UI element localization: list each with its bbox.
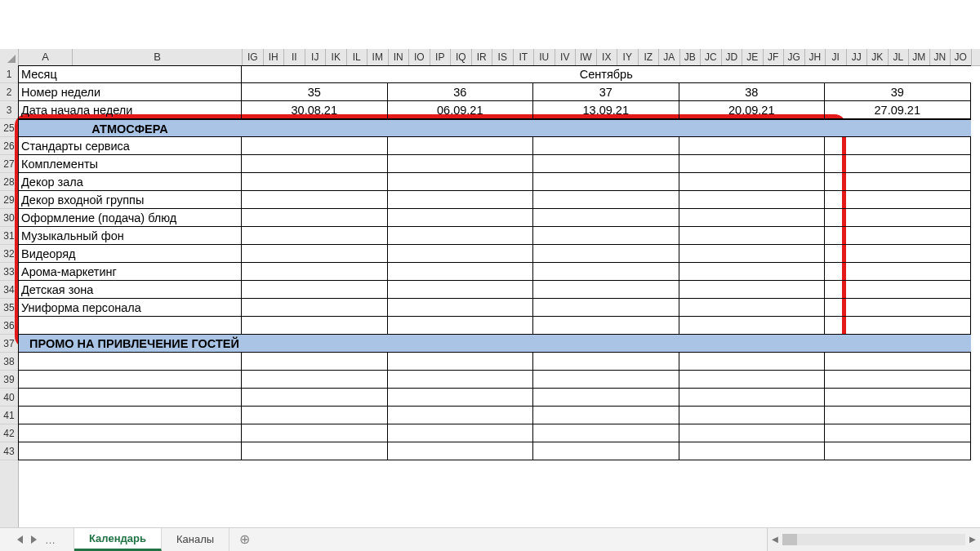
cell[interactable] (825, 424, 971, 442)
cell[interactable] (679, 191, 826, 209)
cell-text[interactable]: Стандарты сервиса (18, 137, 242, 155)
cell-text[interactable]: Видеоряд (18, 245, 242, 263)
cell[interactable] (825, 407, 971, 424)
cell[interactable] (679, 317, 826, 335)
cell-text[interactable]: ПРОМО НА ПРИВЛЕЧЕНИЕ ГОСТЕЙ (18, 335, 242, 353)
cell[interactable] (679, 173, 826, 191)
cell[interactable] (825, 263, 971, 281)
cell-text[interactable]: 27.09.21 (825, 101, 971, 119)
row-header[interactable]: 41 (0, 407, 18, 424)
cell[interactable] (533, 371, 679, 389)
cell[interactable] (242, 227, 388, 245)
row-header[interactable]: 34 (0, 281, 18, 299)
cell[interactable] (679, 442, 826, 460)
col-header[interactable]: IJ (305, 49, 327, 65)
row-header[interactable]: 35 (0, 299, 18, 317)
cell-text[interactable]: Декор входной группы (18, 191, 242, 209)
scroll-right-arrow-icon[interactable]: ► (965, 528, 980, 551)
cell[interactable] (388, 209, 534, 227)
cell[interactable] (18, 407, 242, 424)
col-header[interactable]: JG (784, 49, 805, 65)
cell[interactable] (18, 389, 242, 407)
cell[interactable] (679, 263, 826, 281)
col-header[interactable]: JD (722, 49, 743, 65)
cell-text[interactable]: Оформление (подача) блюд (18, 209, 242, 227)
row-header[interactable]: 38 (0, 353, 18, 371)
cell[interactable] (825, 442, 971, 460)
col-header[interactable]: IZ (639, 49, 660, 65)
cell[interactable] (242, 389, 388, 407)
cell[interactable] (18, 442, 242, 460)
col-header[interactable]: IY (617, 49, 639, 65)
row-header[interactable]: 42 (0, 424, 18, 442)
row-header[interactable]: 1 (0, 65, 18, 83)
cell[interactable] (18, 317, 242, 335)
row-header[interactable]: 29 (0, 191, 18, 209)
col-header[interactable]: IU (534, 49, 555, 65)
cell-text[interactable]: 39 (825, 83, 971, 101)
cell[interactable] (533, 245, 679, 263)
col-header[interactable]: IT (514, 49, 535, 65)
horizontal-scrollbar[interactable]: ◄ ► (767, 528, 980, 551)
cell[interactable] (533, 155, 679, 173)
cell[interactable] (679, 353, 826, 371)
cell-text[interactable]: 20.09.21 (679, 101, 826, 119)
col-header[interactable]: JH (805, 49, 826, 65)
cell-text[interactable]: АТМОСФЕРА (18, 119, 242, 137)
row-header[interactable]: 39 (0, 371, 18, 389)
cell[interactable] (18, 371, 242, 389)
cell-text[interactable]: 36 (388, 83, 534, 101)
cell[interactable] (388, 424, 534, 442)
cell[interactable] (388, 317, 534, 335)
cell-text[interactable]: 38 (679, 83, 826, 101)
row-header[interactable]: 3 (0, 101, 18, 119)
cell[interactable] (825, 371, 971, 389)
cell[interactable] (388, 442, 534, 460)
cell[interactable] (533, 281, 679, 299)
col-header[interactable]: IX (597, 49, 618, 65)
spreadsheet-grid[interactable]: МесяцСентябрьНомер недели3536373839Дата … (18, 65, 980, 528)
cell[interactable] (18, 65, 25, 460)
cell[interactable] (388, 371, 534, 389)
row-header[interactable]: 33 (0, 263, 18, 281)
cell[interactable] (825, 281, 971, 299)
col-header[interactable]: JO (951, 49, 972, 65)
cell[interactable] (825, 173, 971, 191)
row-header[interactable]: 43 (0, 442, 18, 460)
cell-text[interactable]: Арома-маркетинг (18, 263, 242, 281)
cell[interactable] (533, 442, 679, 460)
col-header[interactable]: IQ (451, 49, 472, 65)
cell[interactable] (825, 353, 971, 371)
cell[interactable] (679, 299, 826, 317)
scroll-thumb[interactable] (782, 534, 797, 545)
cell[interactable] (388, 191, 534, 209)
cell[interactable] (18, 424, 242, 442)
cell[interactable] (388, 407, 534, 424)
col-header[interactable]: IV (555, 49, 577, 65)
cell[interactable] (242, 137, 388, 155)
cell[interactable] (242, 173, 388, 191)
col-header[interactable]: IG (243, 49, 264, 65)
cell[interactable] (388, 173, 534, 191)
cell[interactable] (679, 227, 826, 245)
cell[interactable] (242, 424, 388, 442)
col-header[interactable]: IS (492, 49, 514, 65)
col-header[interactable]: B (73, 49, 243, 65)
cell[interactable] (242, 407, 388, 424)
col-header[interactable]: IM (368, 49, 389, 65)
cell-text[interactable]: Музыкальный фон (18, 227, 242, 245)
cell[interactable] (388, 227, 534, 245)
cell[interactable] (533, 209, 679, 227)
cell[interactable] (825, 227, 971, 245)
cell[interactable] (242, 281, 388, 299)
cell[interactable] (242, 317, 388, 335)
col-header[interactable]: IN (389, 49, 410, 65)
col-header[interactable]: A (19, 49, 73, 65)
cell[interactable] (825, 209, 971, 227)
cell-text[interactable]: 37 (533, 83, 679, 101)
col-header[interactable]: IR (472, 49, 493, 65)
cell-text[interactable]: Номер недели (18, 83, 242, 101)
col-header[interactable]: IP (430, 49, 452, 65)
cell[interactable] (533, 263, 679, 281)
cell[interactable] (533, 317, 679, 335)
